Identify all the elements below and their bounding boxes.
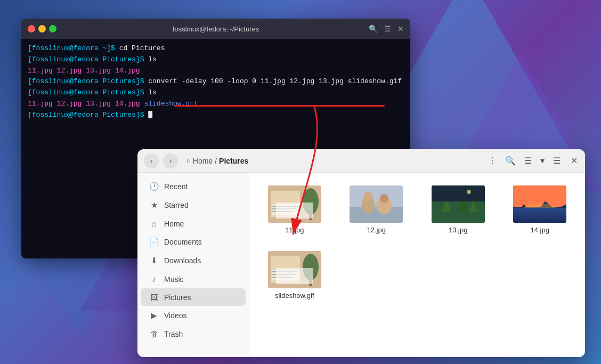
sidebar-item-music[interactable]: ♪ Music: [141, 270, 246, 288]
file-item-12jpg[interactable]: 12.jpg: [340, 181, 413, 238]
file-item-11jpg[interactable]: 11.jpg: [258, 181, 331, 238]
file-item-13jpg[interactable]: 13.jpg: [421, 181, 495, 238]
sidebar-item-documents-label: Documents: [164, 238, 202, 246]
thumbnail-slideshow-gif: [268, 251, 321, 288]
sidebar-item-recent[interactable]: 🕐 Recent: [141, 177, 246, 196]
terminal-search-icon[interactable]: 🔍: [369, 25, 378, 33]
terminal-line-1: [fosslinux@fedora ~]$ cd Pictures: [28, 43, 404, 54]
sidebar-item-trash-label: Trash: [164, 330, 183, 338]
sidebar-item-home-label: Home: [164, 220, 184, 228]
svg-rect-10: [350, 207, 403, 223]
terminal-line-7: [fosslinux@fedora Pictures]$ █: [28, 110, 404, 121]
fm-breadcrumb-home[interactable]: Home: [193, 157, 213, 165]
pictures-icon: 🖼: [149, 293, 159, 302]
fm-body: 🕐 Recent ★ Starred ⌂ Home 📄 Documents ⬇ …: [137, 173, 585, 357]
starred-icon: ★: [149, 200, 159, 210]
svg-point-21: [467, 190, 471, 194]
sidebar-item-pictures[interactable]: 🖼 Pictures: [141, 288, 246, 306]
sidebar-item-videos[interactable]: ▶ Videos: [141, 306, 246, 325]
fm-search-button[interactable]: 🔍: [503, 153, 518, 168]
file-label-14jpg: 14.jpg: [531, 226, 549, 234]
svg-rect-6: [272, 211, 294, 212]
fm-back-button[interactable]: ‹: [144, 153, 159, 168]
svg-rect-32: [272, 277, 294, 278]
fm-sort-button[interactable]: ▾: [538, 153, 547, 168]
terminal-maximize-btn[interactable]: [49, 25, 56, 33]
svg-rect-29: [272, 270, 299, 280]
fm-main-content: 11.jpg 12.jpg: [249, 173, 585, 357]
fm-forward-button[interactable]: ›: [163, 153, 178, 168]
svg-rect-20: [432, 185, 485, 201]
svg-rect-8: [309, 212, 312, 220]
thumbnail-11jpg: [268, 185, 321, 223]
terminal-menu-icon[interactable]: ☰: [384, 25, 391, 33]
sidebar-item-videos-label: Videos: [164, 311, 187, 320]
file-label-12jpg: 12.jpg: [367, 226, 386, 234]
svg-rect-5: [272, 208, 296, 209]
svg-rect-31: [272, 274, 296, 275]
fm-titlebar-actions: ⋮ 🔍 ☰ ▾ ☰ ✕: [486, 153, 579, 168]
sidebar-item-downloads-label: Downloads: [164, 256, 201, 265]
terminal-line-4: [fosslinux@fedora Pictures]$ convert -de…: [28, 76, 404, 87]
filemanager-window: ‹ › ⌂ Home / Pictures ⋮ 🔍 ☰ ▾ ☰ ✕ 🕐 Rece…: [137, 149, 585, 357]
sidebar-item-starred[interactable]: ★ Starred: [141, 196, 246, 214]
svg-rect-3: [272, 204, 299, 215]
downloads-icon: ⬇: [149, 256, 159, 265]
trash-icon: 🗑: [149, 329, 159, 338]
sidebar-item-documents[interactable]: 📄 Documents: [141, 233, 246, 251]
sidebar-item-pictures-label: Pictures: [164, 293, 191, 302]
file-item-14jpg[interactable]: 14.jpg: [503, 181, 577, 238]
sidebar-item-downloads[interactable]: ⬇ Downloads: [141, 252, 246, 270]
sidebar-item-starred-label: Starred: [164, 201, 189, 209]
recent-icon: 🕐: [149, 182, 159, 191]
svg-point-13: [364, 192, 372, 200]
thumbnail-13jpg: [432, 185, 485, 223]
music-icon: ♪: [149, 274, 159, 284]
svg-rect-4: [272, 206, 298, 207]
svg-point-33: [303, 254, 319, 280]
file-label-slideshow-gif: slideshow.gif: [275, 292, 314, 300]
terminal-close-btn[interactable]: [28, 25, 35, 33]
fm-menu-button[interactable]: ☰: [551, 153, 563, 168]
sidebar-item-home[interactable]: ⌂ Home: [141, 215, 246, 232]
fm-breadcrumb-current: Pictures: [219, 157, 248, 165]
fm-more-options-button[interactable]: ⋮: [486, 153, 499, 168]
terminal-minimize-btn[interactable]: [38, 25, 46, 33]
fm-breadcrumb: ⌂ Home / Pictures: [186, 157, 248, 165]
file-label-11jpg: 11.jpg: [285, 226, 304, 234]
file-item-slideshow-gif[interactable]: slideshow.gif: [258, 247, 331, 304]
svg-point-14: [380, 194, 388, 203]
documents-icon: 📄: [149, 237, 159, 247]
sidebar-item-trash[interactable]: 🗑 Trash: [141, 325, 246, 343]
terminal-title: fosslinux@fedora:~/Pictures: [173, 25, 259, 33]
terminal-close-icon[interactable]: ✕: [397, 25, 404, 33]
fm-view-toggle-button[interactable]: ☰: [522, 153, 534, 168]
thumbnail-14jpg: [513, 185, 566, 223]
svg-point-7: [303, 188, 319, 215]
sidebar-item-recent-label: Recent: [164, 182, 188, 191]
home-icon: ⌂: [186, 157, 191, 165]
terminal-window-controls: [28, 25, 56, 33]
svg-rect-34: [309, 278, 312, 286]
terminal-line-5: [fosslinux@fedora Pictures]$ ls: [28, 87, 404, 99]
svg-rect-24: [513, 207, 566, 223]
terminal-action-icons: 🔍 ☰ ✕: [369, 25, 404, 33]
home-sidebar-icon: ⌂: [149, 219, 159, 228]
fm-close-button[interactable]: ✕: [569, 156, 579, 166]
videos-icon: ▶: [149, 311, 159, 320]
terminal-line-2: [fosslinux@fedora Pictures]$ ls: [28, 54, 404, 66]
sidebar-item-music-label: Music: [164, 275, 184, 284]
terminal-titlebar: fosslinux@fedora:~/Pictures 🔍 ☰ ✕: [21, 19, 410, 39]
fm-titlebar: ‹ › ⌂ Home / Pictures ⋮ 🔍 ☰ ▾ ☰ ✕: [137, 149, 585, 173]
fm-breadcrumb-separator: /: [215, 157, 217, 165]
terminal-line-6: 11.jpg 12.jpg 13.jpg 14.jpg slideshow.gi…: [28, 99, 404, 110]
fm-sidebar: 🕐 Recent ★ Starred ⌂ Home 📄 Documents ⬇ …: [137, 173, 249, 357]
thumbnail-12jpg: [350, 185, 403, 223]
svg-rect-30: [272, 271, 298, 272]
svg-point-26: [524, 204, 556, 212]
file-label-13jpg: 13.jpg: [449, 226, 467, 234]
terminal-line-3: 11.jpg 12.jpg 13.jpg 14.jpg: [28, 66, 404, 77]
